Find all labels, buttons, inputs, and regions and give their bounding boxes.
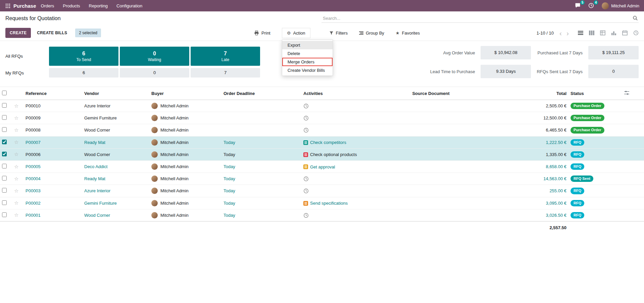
favorite-star-icon[interactable]: ☆ — [14, 164, 18, 169]
pager-previous-button[interactable]: ‹ — [557, 30, 564, 37]
activities-cell[interactable]: Get approval — [301, 160, 374, 172]
column-header-total[interactable]: Total — [488, 87, 568, 100]
create-bills-button[interactable]: CREATE BILLS — [34, 28, 70, 38]
reference-cell[interactable]: P00005 — [23, 160, 82, 172]
search-icon[interactable] — [633, 15, 638, 21]
activities-cell[interactable] — [301, 112, 374, 124]
reference-cell[interactable]: P00007 — [23, 136, 82, 148]
view-pivot-icon[interactable] — [600, 30, 605, 36]
favorite-star-icon[interactable]: ☆ — [14, 139, 18, 145]
activities-cell[interactable]: Check optional products — [301, 148, 374, 160]
column-header-vendor[interactable]: Vendor — [82, 87, 149, 100]
activities-cell[interactable]: Send specifications — [301, 197, 374, 209]
action-menu-item-export[interactable]: Export — [282, 41, 333, 49]
user-menu[interactable]: Mitchell Admin — [602, 2, 639, 9]
column-header-source-document[interactable]: Source Document — [374, 87, 488, 100]
row-checkbox[interactable] — [2, 140, 7, 144]
row-checkbox[interactable] — [2, 152, 7, 156]
favorite-star-icon[interactable]: ☆ — [14, 103, 18, 109]
row-checkbox[interactable] — [2, 103, 7, 108]
list-row-p00002[interactable]: ☆P00002Gemini FurnitureMitchell AdminTod… — [0, 197, 644, 209]
list-row-p00006[interactable]: ☆P00006Wood CornerMitchell AdminTodayChe… — [0, 148, 644, 160]
list-row-p00010[interactable]: ☆P00010Azure InteriorMitchell Admin2,505… — [0, 100, 644, 112]
column-header-buyer[interactable]: Buyer — [149, 87, 221, 100]
row-checkbox[interactable] — [2, 127, 7, 132]
activity-clock-icon[interactable] — [303, 188, 309, 194]
activities-cell[interactable] — [301, 100, 374, 112]
kpi-box-my-rfqs[interactable]: 7 — [191, 68, 260, 78]
reference-cell[interactable]: P00003 — [23, 185, 82, 197]
favorite-star-icon[interactable]: ☆ — [14, 151, 18, 157]
pager-next-button[interactable]: › — [564, 30, 571, 37]
activities-cell[interactable] — [301, 124, 374, 136]
select-all-checkbox[interactable] — [2, 91, 7, 95]
row-checkbox[interactable] — [2, 164, 7, 168]
activity-list-icon[interactable] — [303, 140, 308, 145]
view-kanban-icon[interactable] — [589, 30, 594, 36]
activity-clock-icon[interactable] — [303, 128, 309, 133]
activity-list-icon[interactable] — [303, 152, 308, 157]
search-input[interactable] — [322, 15, 633, 21]
reference-cell[interactable]: P00006 — [23, 148, 82, 160]
list-row-p00003[interactable]: ☆P00003Azure InteriorMitchell AdminToday… — [0, 185, 644, 197]
reference-cell[interactable]: P00009 — [23, 112, 82, 124]
reference-cell[interactable]: P00001 — [23, 209, 82, 221]
group-by-button[interactable]: Group By — [358, 29, 386, 38]
kpi-box-to-send[interactable]: 6To Send — [49, 47, 118, 66]
list-row-p00008[interactable]: ☆P00008Wood CornerMitchell Admin6,465.50… — [0, 124, 644, 136]
activity-list-icon[interactable] — [303, 201, 308, 206]
action-menu-item-create-vendor-bills[interactable]: Create Vendor Bills — [282, 66, 333, 74]
favorite-star-icon[interactable]: ☆ — [14, 212, 18, 218]
kpi-box-my-rfqs[interactable]: 6 — [49, 68, 118, 78]
favorite-star-icon[interactable]: ☆ — [14, 127, 18, 133]
column-header-activities[interactable]: Activities — [301, 87, 374, 100]
action-button[interactable]: ⚙ Action — [282, 28, 310, 38]
row-checkbox[interactable] — [2, 200, 7, 205]
app-name[interactable]: Purchase — [13, 3, 36, 9]
messages-button[interactable]: 5 — [575, 3, 582, 9]
view-calendar-icon[interactable] — [622, 30, 628, 36]
column-header-reference[interactable]: Reference — [23, 87, 82, 100]
list-row-p00001[interactable]: ☆P00001Wood CornerMitchell AdminToday3,0… — [0, 209, 644, 221]
action-menu-item-merge-orders[interactable]: Merge Orders — [282, 58, 333, 66]
row-checkbox[interactable] — [2, 115, 7, 120]
activities-cell[interactable] — [301, 173, 374, 185]
activity-list-icon[interactable] — [303, 164, 308, 169]
favorite-star-icon[interactable]: ☆ — [14, 188, 18, 194]
activity-clock-icon[interactable] — [303, 103, 309, 109]
activities-cell[interactable] — [301, 209, 374, 221]
reference-cell[interactable]: P00008 — [23, 124, 82, 136]
reference-cell[interactable]: P00010 — [23, 100, 82, 112]
column-header-order-deadline[interactable]: Order Deadline — [221, 87, 301, 100]
kpi-box-late[interactable]: 7Late — [191, 47, 260, 66]
activities-cell[interactable] — [301, 185, 374, 197]
list-row-p00007[interactable]: ☆P00007Ready MatMitchell AdminTodayCheck… — [0, 136, 644, 148]
activities-cell[interactable]: Check competitors — [301, 136, 374, 148]
action-menu-item-delete[interactable]: Delete — [282, 49, 333, 58]
activity-clock-icon[interactable] — [303, 176, 309, 182]
row-checkbox[interactable] — [2, 176, 7, 181]
create-button[interactable]: CREATE — [5, 28, 31, 38]
navbar-menu-reporting[interactable]: Reporting — [89, 3, 108, 8]
list-row-p00005[interactable]: ☆P00005Deco AddictMitchell AdminTodayGet… — [0, 160, 644, 172]
activities-button[interactable]: 4 — [588, 3, 595, 9]
navbar-menu-configuration[interactable]: Configuration — [116, 3, 142, 8]
favorites-button[interactable]: ★ Favorites — [394, 29, 421, 38]
reference-cell[interactable]: P00002 — [23, 197, 82, 209]
favorite-star-icon[interactable]: ☆ — [14, 176, 18, 182]
row-checkbox[interactable] — [2, 212, 7, 217]
filters-button[interactable]: Filters — [328, 29, 349, 38]
reference-cell[interactable]: P00004 — [23, 173, 82, 185]
kpi-box-waiting[interactable]: 0Waiting — [120, 47, 189, 66]
row-checkbox[interactable] — [2, 188, 7, 193]
view-activity-icon[interactable] — [633, 30, 639, 36]
view-list-icon[interactable] — [578, 30, 583, 36]
activity-clock-icon[interactable] — [303, 213, 309, 218]
navbar-menu-orders[interactable]: Orders — [41, 3, 54, 8]
view-graph-icon[interactable] — [611, 30, 616, 36]
favorite-star-icon[interactable]: ☆ — [14, 200, 18, 206]
list-row-p00009[interactable]: ☆P00009Gemini FurnitureMitchell Admin12,… — [0, 112, 644, 124]
navbar-menu-products[interactable]: Products — [63, 3, 80, 8]
print-button[interactable]: Print — [253, 29, 272, 38]
column-header-status[interactable]: Status — [568, 87, 622, 100]
